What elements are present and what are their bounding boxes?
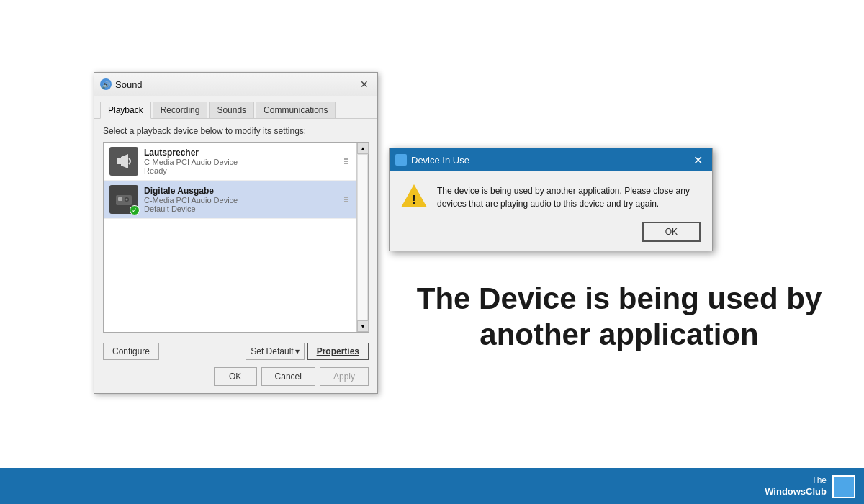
device-in-use-message: The device is being used by another appl… (437, 184, 701, 210)
big-text-line1: The Device is being used by (389, 281, 850, 317)
watermark: The WindowsClub (765, 475, 855, 498)
digitale-status: Default Device (144, 204, 336, 213)
digitale-name: Digitale Ausgabe (144, 186, 336, 196)
set-default-arrow: ▾ (295, 346, 300, 356)
device-list: Lautsprecher C-Media PCI Audio Device Re… (104, 143, 356, 332)
warning-icon: ! (401, 184, 427, 210)
titlebar-left: 🔊 Sound (100, 78, 143, 90)
sound-tabs: Playback Recording Sounds Communications (94, 96, 377, 118)
device-item-digitale[interactable]: ✓ Digitale Ausgabe C-Media PCI Audio Dev… (104, 181, 356, 219)
sound-dialog-titlebar: 🔊 Sound ✕ (94, 73, 377, 96)
dialog-action-buttons: OK Cancel Apply (94, 364, 377, 393)
device-in-use-body: ! The device is being used by another ap… (390, 171, 712, 219)
sound-dialog: 🔊 Sound ✕ Playback Recording Sounds Comm… (94, 72, 378, 394)
digital-icon: ✓ (109, 185, 138, 214)
device-list-container: Lautsprecher C-Media PCI Audio Device Re… (103, 142, 369, 333)
scroll-track[interactable] (357, 154, 368, 320)
svg-rect-0 (117, 158, 121, 164)
device-in-use-title-left: Device In Use (395, 154, 469, 166)
svg-point-5 (126, 199, 128, 201)
watermark-icon (832, 475, 855, 498)
configure-button[interactable]: Configure (103, 343, 159, 360)
warning-exclaim: ! (412, 194, 415, 206)
tab-playback[interactable]: Playback (100, 102, 151, 119)
scroll-up-arrow[interactable]: ▲ (357, 143, 369, 154)
list-scrollbar[interactable]: ▲ ▼ (356, 143, 368, 332)
device-in-use-icon (395, 154, 407, 166)
sound-icon: 🔊 (100, 78, 112, 90)
cancel-button[interactable]: Cancel (261, 367, 315, 386)
sound-dialog-content: Select a playback device below to modify… (94, 118, 377, 338)
lautsprecher-status: Ready (144, 166, 336, 175)
device-in-use-dialog: Device In Use ✕ ! The device is being us… (389, 148, 713, 251)
device-action-buttons: Configure Set Default ▾ Properties (94, 338, 377, 364)
lautsprecher-name: Lautsprecher (144, 148, 336, 158)
speaker-icon (109, 147, 138, 176)
digitale-sub: C-Media PCI Audio Device (144, 196, 336, 204)
sound-dialog-close[interactable]: ✕ (357, 77, 372, 91)
device-in-use-ok-button[interactable]: OK (642, 222, 701, 242)
properties-button[interactable]: Properties (307, 343, 369, 360)
digitale-info: Digitale Ausgabe C-Media PCI Audio Devic… (144, 186, 336, 213)
default-check: ✓ (130, 205, 140, 215)
watermark-text: The WindowsClub (765, 475, 827, 498)
device-in-use-action-buttons: OK (390, 219, 712, 251)
set-default-button[interactable]: Set Default ▾ (246, 343, 304, 360)
device-in-use-title: Device In Use (411, 155, 469, 166)
dialog-instruction: Select a playback device below to modify… (103, 126, 369, 136)
watermark-windows-club: WindowsClub (765, 486, 827, 498)
big-text-area: The Device is being used by another appl… (389, 281, 850, 354)
svg-rect-3 (118, 197, 122, 201)
apply-button[interactable]: Apply (320, 367, 369, 386)
device-in-use-titlebar: Device In Use ✕ (390, 148, 712, 171)
svg-marker-1 (121, 154, 128, 168)
tab-sounds[interactable]: Sounds (209, 102, 254, 119)
device-in-use-close-button[interactable]: ✕ (689, 153, 706, 167)
lautsprecher-sub: C-Media PCI Audio Device (144, 158, 336, 166)
set-default-label: Set Default (251, 346, 293, 356)
lautsprecher-info: Lautsprecher C-Media PCI Audio Device Re… (144, 148, 336, 175)
sound-dialog-title: Sound (115, 79, 143, 90)
big-text-line2: another application (389, 317, 850, 353)
ok-button[interactable]: OK (214, 367, 257, 386)
scroll-down-arrow[interactable]: ▼ (357, 320, 369, 332)
bottom-bar (0, 468, 864, 504)
tab-recording[interactable]: Recording (153, 102, 208, 119)
device-item-lautsprecher[interactable]: Lautsprecher C-Media PCI Audio Device Re… (104, 143, 356, 181)
tab-communications[interactable]: Communications (256, 102, 336, 119)
scroll-marks-1 (342, 153, 351, 170)
watermark-the: The (765, 475, 827, 487)
scroll-marks-2 (342, 191, 351, 208)
